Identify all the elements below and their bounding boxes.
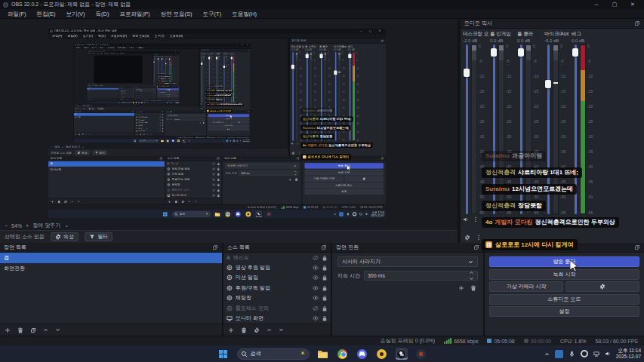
source-row[interactable]: 후원/구독 알림 [223,283,331,293]
visibility-off-icon[interactable] [313,305,319,311]
source-row[interactable]: 영상 후원 알림 [223,262,331,272]
tray-record-icon[interactable] [581,350,588,357]
minimize-button[interactable]: ─ [588,1,605,9]
visibility-icon[interactable] [313,285,319,291]
visibility-off-icon[interactable] [313,255,319,261]
menu-item[interactable]: 독(D) [91,9,115,19]
filters-button[interactable]: 필터 [85,232,112,241]
obs-taskbar-icon[interactable] [396,348,408,360]
control-button[interactable]: 방송 중단 [489,256,639,267]
volume-fader[interactable] [544,44,553,214]
move-source-up-icon[interactable] [267,327,272,333]
maximize-button[interactable]: ▢ [606,1,623,9]
channel-options-icon[interactable] [500,216,506,222]
lock-icon[interactable] [322,295,328,301]
menu-item[interactable]: 프로파일(P) [115,9,156,19]
source-row[interactable]: 롤토체스 전적 [223,303,331,313]
virtual-camera-settings-icon[interactable] [565,281,639,292]
add-scene-icon[interactable] [5,327,11,333]
preview-video[interactable]: OBS 32.0.2 - 프로파일: 제목 없음 - 장면: 제목 없음 ─ ▢… [48,29,386,218]
close-button[interactable]: ✕ [624,1,641,9]
menu-item[interactable]: 도구(T) [198,9,227,19]
chrome-icon[interactable] [337,348,349,360]
discord-icon[interactable] [356,348,368,360]
menu-item[interactable]: 파일(F) [2,9,32,19]
spin-down-icon[interactable] [469,276,474,281]
fit-to-window-dropdown[interactable]: 창에 맞추기 [32,222,60,229]
spin-up-icon[interactable] [469,270,474,275]
mute-icon[interactable] [490,216,496,222]
lock-icon[interactable] [322,285,328,291]
lock-icon[interactable] [322,275,328,281]
lock-icon[interactable] [322,265,328,271]
display-tray-icon[interactable] [593,351,599,357]
lock-icon[interactable] [322,255,328,261]
channel-options-icon[interactable] [554,216,560,222]
control-button[interactable]: 설정 [489,306,639,317]
mixer-options-icon[interactable] [476,235,482,241]
taskbar-clock[interactable]: 오후 11:14 2025-12-07 [616,348,641,360]
dock-menu-icon[interactable] [212,244,218,250]
visibility-icon[interactable] [313,315,319,321]
start-button[interactable] [217,348,230,360]
dock-menu-icon[interactable] [473,244,479,250]
fader-handle[interactable] [518,48,524,57]
zoom-in-button[interactable]: + [26,223,29,229]
menu-item[interactable]: 보기(V) [61,9,91,19]
volume-fader[interactable] [517,44,525,214]
app-icon-yellow[interactable] [376,348,388,360]
app-icon-dark[interactable] [415,348,427,360]
volume-fader[interactable] [463,44,471,214]
duplicate-scene-icon[interactable] [30,327,36,333]
channel-options-icon[interactable] [473,216,479,222]
lock-icon[interactable] [322,315,328,321]
move-scene-up-icon[interactable] [43,327,48,333]
move-scene-down-icon[interactable] [55,327,60,333]
file-explorer-icon[interactable] [317,348,329,360]
dock-menu-icon[interactable] [634,20,640,26]
add-transition-icon[interactable] [458,285,464,291]
control-button[interactable]: 가상 카메라 시작 [489,281,563,292]
control-button[interactable]: 녹화 시작 [489,269,639,280]
lock-icon[interactable] [322,305,328,311]
fader-handle[interactable] [491,48,497,57]
fader-handle[interactable] [545,80,551,88]
scene-row[interactable]: 화면전환 [0,263,222,274]
add-source-icon[interactable] [228,327,234,333]
volume-fader[interactable] [572,44,580,214]
mute-icon[interactable] [544,216,550,222]
control-button[interactable]: 스튜디오 모드 [489,294,639,305]
menu-item[interactable]: 편집(E) [32,9,61,19]
mixer-gear-icon[interactable] [464,235,470,241]
menu-item[interactable]: 도움말(H) [226,9,262,19]
source-row[interactable]: 모니터 화면 [223,313,331,323]
visibility-icon[interactable] [313,295,319,301]
visibility-icon[interactable] [313,265,319,271]
duration-spinbox[interactable]: 300 ms [364,271,478,281]
properties-button[interactable]: 속성 [51,232,79,241]
visibility-icon[interactable] [313,275,319,281]
microphone-tray-icon[interactable] [569,351,575,357]
volume-fader[interactable] [490,44,498,214]
dock-menu-icon[interactable] [634,244,640,250]
scene-row[interactable]: 겜 [0,253,222,263]
dock-menu-icon[interactable] [321,244,327,250]
mute-icon[interactable] [572,216,578,222]
source-row[interactable]: 채팅창 [223,293,331,303]
source-row[interactable]: 미션 알림 [223,273,331,283]
source-row[interactable]: A텍스트 [223,253,331,262]
fader-handle[interactable] [464,69,470,77]
remove-scene-icon[interactable] [17,327,23,333]
tray-expand-icon[interactable] [544,351,550,357]
volume-tray-icon[interactable] [605,351,611,357]
remove-source-icon[interactable] [241,327,247,333]
menu-item[interactable]: 장면 모음(S) [156,9,198,19]
taskbar-search[interactable]: 검색 ☀ [237,348,310,360]
source-properties-icon[interactable] [254,327,260,333]
channel-options-icon[interactable] [581,216,587,222]
tray-blue-icon[interactable] [555,350,563,358]
move-source-down-icon[interactable] [279,327,284,333]
transition-type-select[interactable]: 서서히 사라지기 [337,256,478,267]
remove-transition-icon[interactable] [470,285,476,291]
zoom-out-button[interactable]: − [5,223,8,229]
